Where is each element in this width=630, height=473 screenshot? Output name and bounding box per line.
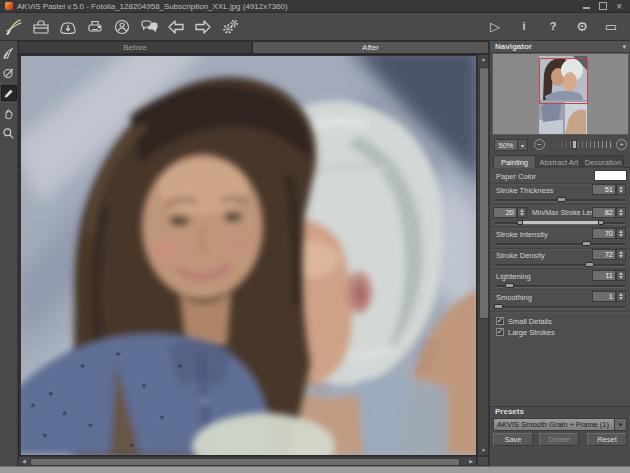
open-icon[interactable] — [30, 16, 52, 38]
scroll-right-icon[interactable]: ▶ — [469, 459, 473, 464]
close-icon[interactable]: × — [616, 2, 622, 11]
lightening-spinner[interactable] — [616, 270, 626, 281]
navigator-view-rect[interactable] — [539, 58, 588, 104]
large-strokes-label: Large Strokes — [508, 328, 555, 337]
small-details-label: Small Details — [508, 317, 552, 326]
preset-selected-value: AKVIS Smooth Grain + Frame (1) — [494, 420, 614, 429]
minmax-stroke-length-slider[interactable] — [495, 220, 625, 225]
min-stroke-length-spinner[interactable] — [517, 207, 527, 218]
vertical-scroll-thumb[interactable] — [479, 67, 489, 319]
stroke-intensity-spinner[interactable] — [616, 228, 626, 239]
crayon-tool-icon[interactable] — [1, 85, 17, 101]
zoom-slider[interactable] — [550, 140, 612, 150]
paper-color-swatch[interactable] — [594, 170, 627, 181]
preferences-gear-icon[interactable]: ⚙ — [571, 16, 593, 38]
lightening-value[interactable]: 11 — [592, 270, 616, 281]
small-details-checkbox[interactable]: ✓ — [496, 317, 504, 325]
tab-after[interactable]: After — [252, 41, 489, 54]
smoothing-spinner[interactable] — [616, 291, 626, 302]
batch-gears-icon[interactable] — [219, 16, 241, 38]
lightening-slider[interactable] — [495, 283, 625, 288]
tool-column — [0, 41, 18, 466]
pastel-painting — [21, 56, 476, 455]
undo-icon[interactable] — [165, 16, 187, 38]
large-strokes-row: ✓ Large Strokes — [496, 327, 555, 337]
zoom-level-value: 50% — [495, 141, 517, 150]
smoothing-value[interactable]: 1 — [592, 291, 616, 302]
parameter-tabs: Painting Abstract Art Decoration — [490, 155, 630, 168]
stroke-density-spinner[interactable] — [616, 249, 626, 260]
navigator-title: Navigator — [495, 42, 532, 51]
share-icon[interactable] — [111, 16, 133, 38]
image-canvas[interactable] — [18, 54, 477, 456]
minimize-icon[interactable] — [583, 7, 590, 9]
right-panel: Navigator ▾ 50% — [489, 41, 630, 466]
save-icon[interactable] — [57, 16, 79, 38]
paper-color-label: Paper Color — [496, 172, 536, 181]
comments-icon[interactable] — [138, 16, 160, 38]
max-stroke-length-spinner[interactable] — [616, 207, 626, 218]
main-toolbar: ▷ i ? ⚙ ▭ — [0, 13, 630, 41]
navigator-thumbnail-area — [492, 53, 629, 135]
preset-dropdown-icon: ▾ — [614, 419, 626, 430]
large-strokes-checkbox[interactable]: ✓ — [496, 328, 504, 336]
scroll-up-icon[interactable]: ▲ — [481, 57, 486, 62]
zoom-tool-icon[interactable] — [1, 125, 17, 141]
tab-before[interactable]: Before — [18, 41, 252, 54]
min-stroke-length-value[interactable]: 20 — [493, 207, 517, 218]
tab-abstract-art[interactable]: Abstract Art — [537, 155, 581, 168]
stroke-thickness-spinner[interactable] — [616, 184, 626, 195]
parameters-panel: Paper Color Stroke Thickness 51 20 Min/M… — [490, 168, 630, 407]
reset-preset-button[interactable]: Reset — [587, 433, 627, 446]
status-bar — [0, 466, 630, 473]
akvis-pastel-window: AKVIS Pastel v.5.0 - Fotolia_128204958_S… — [0, 0, 630, 473]
save-preset-button[interactable]: Save — [493, 433, 533, 446]
scroll-down-icon[interactable]: ▼ — [481, 448, 486, 453]
stroke-thickness-label: Stroke Thickness — [496, 186, 553, 195]
scroll-left-icon[interactable]: ◀ — [22, 459, 26, 464]
tab-painting[interactable]: Painting — [493, 155, 536, 168]
zoom-dropdown-icon: ▾ — [517, 140, 527, 150]
horizontal-scroll-thumb[interactable] — [30, 458, 460, 466]
small-details-row: ✓ Small Details — [496, 316, 552, 326]
about-icon[interactable]: i — [513, 16, 535, 38]
lightening-label: Lightening — [496, 272, 531, 281]
help-icon[interactable]: ? — [542, 16, 564, 38]
zoom-in-button[interactable]: + — [616, 139, 627, 150]
preview-brush-tool-icon[interactable] — [1, 45, 17, 61]
pastel-logo-icon — [3, 16, 25, 38]
navigator-collapse-icon[interactable]: ▾ — [622, 43, 626, 51]
redo-icon[interactable] — [192, 16, 214, 38]
stroke-density-slider[interactable] — [495, 262, 625, 267]
quick-help-panel-icon[interactable]: ▭ — [600, 16, 622, 38]
max-stroke-length-value[interactable]: 82 — [592, 207, 616, 218]
smoothing-slider[interactable] — [495, 304, 625, 309]
tab-decoration[interactable]: Decoration — [582, 155, 624, 168]
presets-title: Presets — [495, 407, 524, 416]
stroke-density-label: Stroke Density — [496, 251, 545, 260]
zoom-controls: 50% ▾ − + — [490, 138, 630, 154]
stroke-density-value[interactable]: 72 — [592, 249, 616, 260]
stroke-intensity-slider[interactable] — [495, 241, 625, 246]
stroke-intensity-label: Stroke Intensity — [496, 230, 548, 239]
scrollbar-corner — [477, 456, 489, 466]
zoom-level-select[interactable]: 50% ▾ — [494, 139, 528, 151]
print-icon[interactable] — [84, 16, 106, 38]
smoothing-label: Smoothing — [496, 293, 532, 302]
stroke-direction-tool-icon[interactable] — [1, 65, 17, 81]
vertical-scrollbar[interactable]: ▲ ▼ — [477, 54, 489, 456]
delete-preset-button: Delete — [539, 433, 579, 446]
zoom-out-button[interactable]: − — [534, 139, 545, 150]
navigator-header: Navigator ▾ — [490, 41, 630, 53]
preset-select[interactable]: AKVIS Smooth Grain + Frame (1) ▾ — [493, 418, 627, 431]
run-icon[interactable]: ▷ — [484, 16, 506, 38]
stroke-thickness-value[interactable]: 51 — [592, 184, 616, 195]
stroke-thickness-slider[interactable] — [495, 197, 625, 202]
hand-tool-icon[interactable] — [1, 105, 17, 121]
title-bar: AKVIS Pastel v.5.0 - Fotolia_128204958_S… — [0, 0, 630, 13]
horizontal-scrollbar[interactable]: ◀ ▶ — [18, 456, 477, 466]
maximize-icon[interactable] — [599, 2, 607, 10]
app-logo-icon — [5, 2, 13, 10]
stroke-intensity-value[interactable]: 70 — [592, 228, 616, 239]
zoom-slider-thumb[interactable] — [572, 140, 577, 149]
